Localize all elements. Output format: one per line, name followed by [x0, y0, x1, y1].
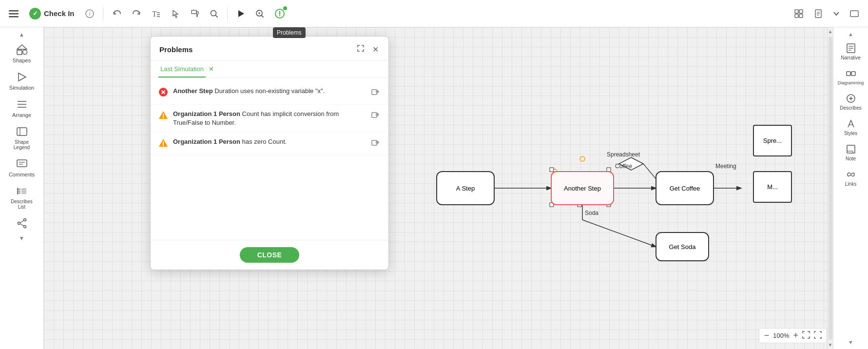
right-sidebar: ▲ Narrative Diagramming Describes Styles… — [833, 27, 868, 349]
svg-line-11 — [215, 15, 217, 17]
dialog-close-button[interactable]: ✕ — [370, 43, 381, 55]
describes-label: Describes — [840, 105, 861, 111]
grid-view-button[interactable] — [791, 6, 807, 21]
zoom-in-button[interactable]: + — [793, 330, 798, 341]
node-another-step-label: Another Step — [564, 185, 601, 192]
note-label: Note — [846, 156, 856, 161]
dialog-footer: CLOSE — [151, 240, 388, 270]
scroll-up-btn[interactable]: ▲ — [827, 27, 833, 36]
sidebar-item-shape-legend[interactable]: ShapeLegend — [0, 122, 43, 154]
fit-page-button[interactable] — [802, 331, 810, 341]
svg-marker-32 — [19, 73, 26, 81]
svg-rect-21 — [799, 10, 803, 13]
svg-rect-2 — [9, 16, 19, 18]
simulation-label: Simulation — [9, 85, 34, 91]
node-get-soda-label: Get Soda — [669, 243, 696, 251]
redo-button[interactable] — [129, 6, 144, 21]
svg-point-48 — [23, 219, 26, 221]
menu-button[interactable] — [6, 6, 21, 21]
right-sidebar-up-arrow[interactable]: ▲ — [846, 29, 855, 39]
svg-rect-90 — [847, 145, 855, 153]
problem-item-2[interactable]: Organization 1 Person Count has implicit… — [151, 105, 388, 133]
svg-line-56 — [582, 220, 656, 247]
main-toolbar: ✓ Check In i T Problems — [0, 0, 868, 27]
checkin-label: Check In — [44, 9, 75, 18]
dialog-tabs: Last Simulation ✕ — [151, 60, 388, 78]
problem-goto-2[interactable] — [370, 110, 381, 122]
svg-line-52 — [20, 224, 23, 226]
svg-rect-20 — [795, 10, 798, 13]
canvas-scroll-right[interactable]: ▲ ▼ — [827, 27, 833, 349]
sidebar-item-arrange[interactable]: Arrange — [0, 95, 43, 122]
problems-dialog[interactable]: Problems ✕ Last Simulation ✕ — [150, 36, 389, 270]
format-paint-button[interactable] — [187, 6, 203, 21]
right-sidebar-item-note[interactable]: Note — [833, 140, 868, 165]
node-m-partial[interactable]: M... — [753, 171, 792, 203]
svg-rect-28 — [850, 11, 858, 17]
canvas-area[interactable]: A Step Another Step Get Coffee Get Soda … — [44, 27, 833, 349]
svg-rect-22 — [795, 14, 798, 18]
scroll-down-btn[interactable]: ▼ — [827, 341, 833, 349]
node-a-step[interactable]: A Step — [436, 171, 495, 205]
search-button[interactable] — [207, 6, 221, 21]
undo-button[interactable] — [109, 6, 125, 21]
sidebar-item-simulation[interactable]: Simulation — [0, 67, 43, 95]
label-coffee: Coffee — [615, 163, 632, 170]
node-a-step-label: A Step — [456, 185, 475, 192]
dialog-header-actions: ✕ — [355, 43, 381, 55]
sidebar-item-comments[interactable]: Comments — [0, 154, 43, 181]
text-format-button[interactable]: T — [148, 6, 164, 21]
fullscreen-button[interactable] — [814, 331, 822, 341]
right-sidebar-item-narrative[interactable]: Narrative — [833, 39, 868, 64]
node-spreadsheet-partial[interactable]: Spre... — [753, 125, 792, 156]
sidebar-up-arrow[interactable]: ▲ — [17, 29, 27, 40]
zoom-out-button[interactable]: − — [764, 330, 770, 341]
svg-line-58 — [643, 164, 656, 178]
right-sidebar-item-links[interactable]: Links — [833, 165, 868, 191]
right-sidebar-down-arrow[interactable]: ▼ — [846, 337, 855, 347]
node-get-coffee-label: Get Coffee — [670, 185, 700, 192]
node-get-coffee[interactable]: Get Coffee — [656, 171, 714, 205]
tab-close-btn[interactable]: ✕ — [209, 65, 214, 73]
play-button[interactable] — [233, 6, 248, 21]
right-sidebar-item-styles[interactable]: Styles — [833, 115, 868, 140]
dialog-expand-button[interactable] — [355, 43, 366, 55]
svg-rect-38 — [17, 160, 27, 167]
svg-point-60 — [580, 156, 585, 161]
problem-text-1: Another Step Duration uses non-existing … — [173, 87, 365, 96]
dialog-header: Problems ✕ — [151, 37, 388, 60]
right-sidebar-item-describes[interactable]: Describes — [833, 89, 868, 115]
svg-point-30 — [22, 50, 27, 55]
close-button[interactable]: CLOSE — [240, 247, 300, 263]
node-another-step[interactable]: Another Step — [551, 171, 614, 205]
pointer-button[interactable] — [168, 6, 183, 21]
dialog-body: Another Step Duration uses non-existing … — [151, 78, 388, 240]
svg-rect-70 — [372, 90, 377, 95]
sidebar-item-shapes[interactable]: Shapes — [0, 40, 43, 67]
svg-rect-29 — [17, 50, 22, 55]
svg-point-77 — [163, 145, 164, 146]
sidebar-down-arrow[interactable]: ▼ — [17, 233, 27, 244]
svg-marker-31 — [17, 45, 27, 49]
sidebar-item-describes-list[interactable]: DescribesList — [0, 181, 43, 213]
links-label: Links — [845, 181, 856, 187]
problem-goto-3[interactable] — [370, 137, 381, 150]
problems-button[interactable] — [271, 5, 288, 22]
dropdown-button[interactable] — [830, 7, 843, 20]
document-button[interactable] — [810, 6, 826, 21]
checkin-button[interactable]: ✓ Check In — [25, 6, 78, 21]
problem-goto-1[interactable] — [370, 87, 381, 99]
problem-text-2: Organization 1 Person Count has implicit… — [173, 110, 365, 127]
node-get-soda[interactable]: Get Soda — [656, 232, 709, 261]
comments-label: Comments — [9, 172, 35, 177]
zoom-fit-button[interactable] — [252, 6, 268, 21]
shapes-label: Shapes — [13, 58, 31, 63]
problem-item-3[interactable]: Organization 1 Person has zero Count. — [151, 133, 388, 155]
right-sidebar-item-diagramming[interactable]: Diagramming — [833, 64, 868, 89]
problem-item-1[interactable]: Another Step Duration uses non-existing … — [151, 82, 388, 105]
tab-last-simulation[interactable]: Last Simulation — [158, 60, 206, 78]
present-button[interactable] — [847, 6, 862, 21]
divider-2 — [227, 7, 228, 20]
sidebar-item-share[interactable] — [0, 213, 43, 233]
info-button[interactable]: i — [82, 6, 97, 21]
